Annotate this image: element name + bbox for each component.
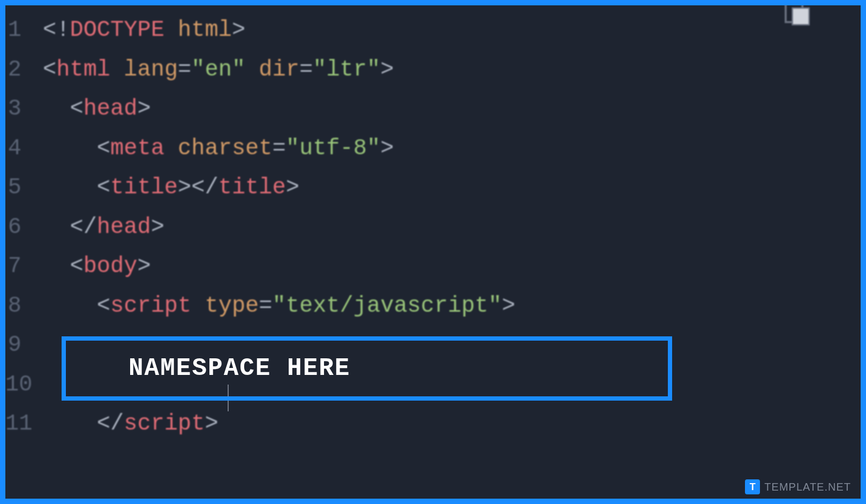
- line-number: 8: [5, 287, 43, 326]
- text-cursor: [228, 385, 229, 411]
- line-number: 3: [5, 89, 43, 129]
- line-number: 6: [5, 208, 43, 247]
- copy-icon[interactable]: [778, 0, 820, 27]
- code-line[interactable]: 1<!DOCTYPE html>: [5, 11, 861, 50]
- line-number: 1: [5, 11, 43, 50]
- line-number: 7: [5, 247, 43, 287]
- code-line[interactable]: 2<html lang="en" dir="ltr">: [5, 50, 861, 90]
- line-number: 4: [5, 129, 43, 169]
- code-content[interactable]: <head>: [43, 89, 151, 129]
- code-content[interactable]: <body>: [43, 247, 151, 287]
- code-line[interactable]: 7 <body>: [5, 247, 861, 287]
- code-content[interactable]: <meta charset="utf-8">: [43, 129, 394, 169]
- line-number: 9: [5, 326, 43, 365]
- watermark-icon: T: [745, 479, 760, 494]
- code-content[interactable]: <!DOCTYPE html>: [43, 11, 245, 50]
- line-number: 5: [5, 168, 43, 208]
- code-content[interactable]: <html lang="en" dir="ltr">: [43, 50, 394, 90]
- line-number: 11: [5, 404, 43, 444]
- code-line[interactable]: 3 <head>: [5, 89, 861, 129]
- line-number: 2: [5, 50, 43, 90]
- code-content[interactable]: </script>: [43, 404, 219, 444]
- code-content[interactable]: <script type="text/javascript">: [43, 287, 515, 326]
- line-number: 10: [5, 365, 43, 405]
- svg-rect-1: [793, 8, 809, 25]
- watermark: T TEMPLATE.NET: [745, 479, 851, 494]
- code-editor[interactable]: 1<!DOCTYPE html>2<html lang="en" dir="lt…: [0, 0, 866, 455]
- code-line[interactable]: 4 <meta charset="utf-8">: [5, 129, 861, 169]
- watermark-text: TEMPLATE.NET: [764, 481, 851, 493]
- code-line[interactable]: 6 </head>: [5, 208, 861, 247]
- code-line[interactable]: 5 <title></title>: [5, 168, 861, 208]
- code-content[interactable]: </head>: [43, 208, 164, 247]
- code-line[interactable]: 11 </script>: [5, 404, 861, 444]
- code-line[interactable]: 8 <script type="text/javascript">: [5, 287, 861, 326]
- code-content[interactable]: <title></title>: [43, 168, 299, 208]
- annotation-label: NAMESPACE HERE: [129, 355, 350, 382]
